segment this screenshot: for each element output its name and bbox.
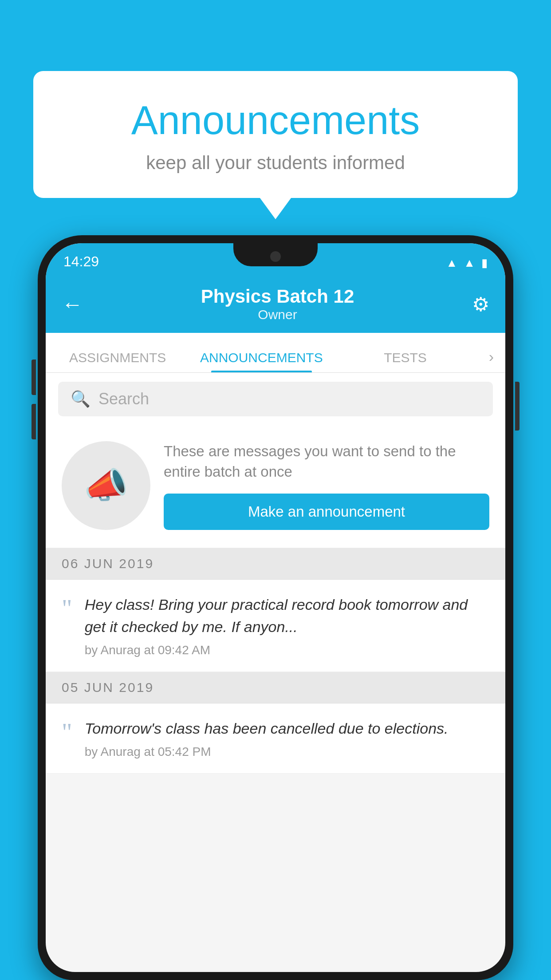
announcement-text-1: Hey class! Bring your practical record b… (85, 594, 489, 638)
tab-tests[interactable]: TESTS (333, 350, 477, 372)
power-button (515, 382, 520, 431)
announcement-prompt-content: These are messages you want to send to t… (164, 441, 489, 530)
search-box[interactable]: 🔍 Search (58, 382, 493, 416)
megaphone-icon: 📣 (84, 465, 128, 506)
announcement-meta-2: by Anurag at 05:42 PM (85, 745, 489, 759)
phone-screen: 14:29 ▲ ▲ ▮ ← Physics Batch 12 Owner ⚙ A… (46, 243, 505, 972)
bubble-subtitle: keep all your students informed (55, 152, 496, 174)
app-bar: ← Physics Batch 12 Owner ⚙ (46, 275, 505, 333)
signal-icon: ▲ (464, 256, 475, 270)
battery-icon: ▮ (481, 256, 488, 270)
settings-icon[interactable]: ⚙ (472, 293, 489, 316)
app-bar-title: Physics Batch 12 (83, 286, 472, 307)
quote-icon-2: " (62, 719, 72, 745)
status-time: 14:29 (63, 253, 99, 270)
search-container: 🔍 Search (46, 373, 505, 425)
tabs-bar: ASSIGNMENTS ANNOUNCEMENTS TESTS › (46, 333, 505, 373)
announcement-item-2[interactable]: " Tomorrow's class has been cancelled du… (46, 703, 505, 774)
back-button[interactable]: ← (62, 292, 83, 316)
volume-up-button (31, 360, 36, 395)
announcement-item-1[interactable]: " Hey class! Bring your practical record… (46, 580, 505, 672)
app-bar-subtitle: Owner (83, 307, 472, 322)
announcement-prompt-text: These are messages you want to send to t… (164, 441, 489, 482)
search-icon: 🔍 (71, 390, 91, 408)
search-input[interactable]: Search (98, 390, 149, 408)
front-camera (270, 251, 281, 262)
quote-icon-1: " (62, 596, 72, 621)
bubble-title: Announcements (55, 98, 496, 143)
megaphone-circle: 📣 (62, 441, 150, 530)
phone-frame: 14:29 ▲ ▲ ▮ ← Physics Batch 12 Owner ⚙ A… (38, 235, 513, 980)
wifi-icon: ▲ (446, 256, 458, 270)
tabs-more[interactable]: › (477, 348, 505, 372)
speech-bubble-container: Announcements keep all your students inf… (33, 71, 518, 198)
volume-down-button (31, 404, 36, 439)
app-bar-title-block: Physics Batch 12 Owner (83, 286, 472, 322)
announcement-content-2: Tomorrow's class has been cancelled due … (85, 718, 489, 759)
announcement-meta-1: by Anurag at 09:42 AM (85, 643, 489, 657)
phone-notch (233, 243, 318, 266)
announcement-content-1: Hey class! Bring your practical record b… (85, 594, 489, 657)
status-icons: ▲ ▲ ▮ (446, 256, 488, 270)
tab-announcements[interactable]: ANNOUNCEMENTS (189, 350, 333, 372)
announcement-prompt-card: 📣 These are messages you want to send to… (46, 425, 505, 548)
tab-assignments[interactable]: ASSIGNMENTS (46, 350, 189, 372)
date-separator-2: 05 JUN 2019 (46, 672, 505, 703)
speech-bubble: Announcements keep all your students inf… (33, 71, 518, 198)
date-separator-1: 06 JUN 2019 (46, 548, 505, 580)
announcement-text-2: Tomorrow's class has been cancelled due … (85, 718, 489, 739)
make-announcement-button[interactable]: Make an announcement (164, 494, 489, 530)
